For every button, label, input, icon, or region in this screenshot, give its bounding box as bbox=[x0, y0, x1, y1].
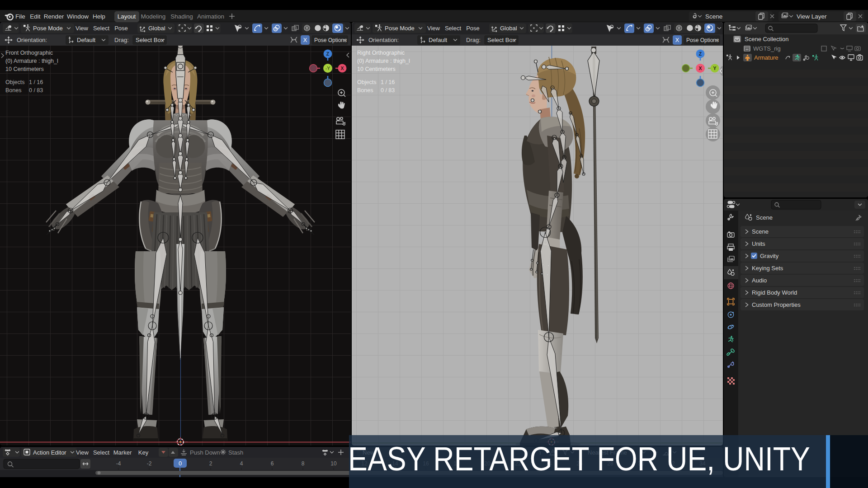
svg-text:Pose Options: Pose Options bbox=[686, 37, 719, 43]
svg-text:Action Editor: Action Editor bbox=[33, 449, 66, 456]
svg-text:Global: Global bbox=[500, 25, 517, 32]
svg-text:View Layer: View Layer bbox=[797, 13, 827, 20]
svg-text:-2: -2 bbox=[147, 460, 152, 467]
svg-text:10: 10 bbox=[330, 460, 337, 467]
svg-text:Right Orthographic: Right Orthographic bbox=[357, 50, 405, 56]
svg-text:X: X bbox=[675, 37, 679, 43]
svg-text:X: X bbox=[340, 66, 344, 71]
svg-text:Scene: Scene bbox=[756, 214, 773, 221]
svg-text:8: 8 bbox=[302, 460, 305, 467]
svg-text:Select Box: Select Box bbox=[487, 37, 516, 43]
svg-text:6: 6 bbox=[271, 460, 274, 467]
svg-text:Custom Properties: Custom Properties bbox=[752, 301, 801, 308]
svg-text:2: 2 bbox=[209, 460, 212, 467]
svg-text:Objects: Objects bbox=[5, 79, 24, 85]
svg-text:(0) Armature : thigh_l: (0) Armature : thigh_l bbox=[5, 58, 58, 64]
svg-text:Help: Help bbox=[93, 13, 105, 20]
svg-text:Bones: Bones bbox=[5, 87, 21, 94]
svg-text:Y: Y bbox=[713, 66, 716, 71]
svg-text:Edit: Edit bbox=[30, 13, 41, 20]
svg-text:1 / 16: 1 / 16 bbox=[29, 79, 43, 85]
svg-text:Animation: Animation bbox=[197, 13, 224, 20]
svg-text:Drag:: Drag: bbox=[114, 37, 129, 43]
svg-text:Rigid Body World: Rigid Body World bbox=[752, 289, 797, 296]
svg-text:0 / 83: 0 / 83 bbox=[29, 87, 43, 94]
svg-text:X: X bbox=[303, 37, 307, 43]
svg-text:Shading: Shading bbox=[170, 13, 193, 20]
svg-text:Pose Mode: Pose Mode bbox=[33, 25, 63, 32]
svg-text:0 / 83: 0 / 83 bbox=[381, 87, 395, 94]
svg-text:File: File bbox=[15, 13, 25, 20]
svg-text:Stash: Stash bbox=[228, 449, 243, 456]
svg-text:Audio: Audio bbox=[752, 277, 767, 284]
svg-text:Pose Mode: Pose Mode bbox=[385, 25, 415, 32]
svg-text:Select: Select bbox=[445, 25, 462, 32]
svg-text:Global: Global bbox=[148, 25, 165, 32]
svg-text:Scene: Scene bbox=[705, 13, 722, 20]
svg-text:Keying Sets: Keying Sets bbox=[752, 265, 783, 272]
svg-text:Key: Key bbox=[138, 449, 149, 456]
svg-text:Select: Select bbox=[93, 25, 110, 32]
svg-text:Default: Default bbox=[429, 37, 448, 43]
svg-text:-4: -4 bbox=[116, 460, 121, 467]
svg-text:Pose: Pose bbox=[114, 25, 128, 32]
svg-text:Armature: Armature bbox=[754, 54, 778, 61]
svg-text:WGTS_rig: WGTS_rig bbox=[753, 45, 781, 52]
svg-text:(0) Armature : thigh_l: (0) Armature : thigh_l bbox=[357, 58, 410, 64]
svg-text:Drag:: Drag: bbox=[466, 37, 481, 43]
svg-text:Scene: Scene bbox=[752, 228, 769, 235]
svg-text:Default: Default bbox=[77, 37, 96, 43]
svg-text:Select Box: Select Box bbox=[136, 37, 164, 43]
svg-text:Front Orthographic: Front Orthographic bbox=[5, 50, 53, 56]
svg-text:1 / 16: 1 / 16 bbox=[381, 79, 395, 85]
svg-text:View: View bbox=[75, 25, 89, 32]
svg-text:0: 0 bbox=[179, 460, 182, 467]
svg-text:Push Down: Push Down bbox=[190, 449, 220, 456]
svg-text:4: 4 bbox=[240, 460, 243, 467]
svg-text:Gravity: Gravity bbox=[760, 253, 779, 259]
svg-text:Z: Z bbox=[326, 51, 330, 56]
svg-text:Units: Units bbox=[752, 240, 765, 247]
svg-text:Modeling: Modeling bbox=[141, 13, 166, 20]
svg-text:Select: Select bbox=[93, 449, 110, 456]
svg-text:Bones: Bones bbox=[357, 87, 373, 94]
svg-text:10 Centimeters: 10 Centimeters bbox=[357, 66, 396, 72]
svg-text:Z: Z bbox=[699, 51, 702, 56]
svg-text:Pose: Pose bbox=[466, 25, 480, 32]
svg-text:View: View bbox=[76, 449, 89, 456]
svg-text:Pose Options: Pose Options bbox=[314, 37, 347, 43]
svg-text:10 Centimeters: 10 Centimeters bbox=[5, 66, 44, 72]
svg-text:View: View bbox=[427, 25, 440, 32]
svg-text:Window: Window bbox=[67, 13, 89, 20]
svg-text:Orientation:: Orientation: bbox=[17, 37, 47, 43]
svg-text:Marker: Marker bbox=[113, 449, 132, 456]
svg-text:Render: Render bbox=[44, 13, 64, 20]
svg-text:EASY RETARGET FOR UE, UNITY: EASY RETARGET FOR UE, UNITY bbox=[348, 440, 810, 478]
svg-text:Objects: Objects bbox=[357, 79, 376, 85]
svg-text:Orientation:: Orientation: bbox=[368, 37, 399, 43]
svg-text:X: X bbox=[698, 66, 702, 71]
svg-text:Scene Collection: Scene Collection bbox=[745, 36, 789, 42]
svg-text:Layout: Layout bbox=[118, 13, 136, 20]
svg-text:-Y: -Y bbox=[326, 66, 330, 71]
